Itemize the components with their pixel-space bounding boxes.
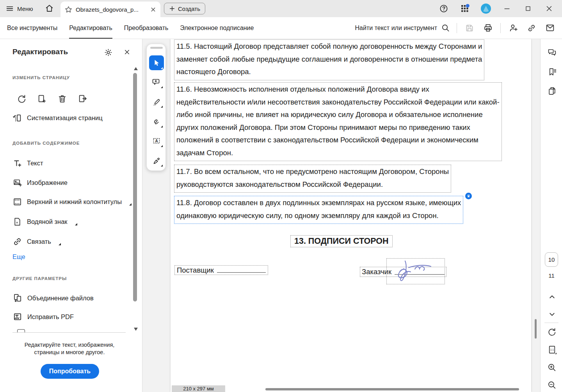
toolbar-drag-handle[interactable]: [150, 47, 163, 49]
panel-scroll-down-icon[interactable]: [134, 328, 138, 331]
rotate-page-button[interactable]: [16, 93, 27, 105]
panel-title: Редактировать: [12, 48, 68, 56]
zoom-in-button[interactable]: [547, 362, 557, 372]
highlight-tool-button[interactable]: [149, 94, 164, 109]
organize-pages-label: Систематизация страниц: [27, 114, 103, 122]
chevron-down-icon: [548, 310, 556, 318]
tab-esign[interactable]: Электронное подписание: [180, 17, 254, 39]
search-control[interactable]: Найти текст или инструмент: [355, 23, 450, 32]
more-link[interactable]: Еще: [12, 254, 25, 261]
tab-all-tools[interactable]: Все инструменты: [7, 17, 57, 39]
draw-tool-button[interactable]: [149, 114, 164, 129]
create-button[interactable]: Создать: [164, 3, 205, 14]
refresh-view-button[interactable]: [547, 327, 557, 337]
maximize-icon: [524, 5, 532, 12]
svg-text:1:1: 1:1: [550, 348, 554, 351]
add-text-item[interactable]: Текст: [12, 158, 43, 169]
highlighter-icon: [152, 97, 161, 106]
help-button[interactable]: [438, 3, 450, 14]
link-item-label: Связать: [27, 238, 51, 245]
save-button[interactable]: [464, 22, 475, 34]
window-maximize-button[interactable]: [522, 3, 534, 14]
menu-button[interactable]: Меню: [5, 3, 33, 14]
add-image-item[interactable]: Изображение: [12, 177, 68, 188]
pen-nib-icon: [152, 156, 161, 165]
header-footer-item[interactable]: Верхний и нижний колонтитулы: [12, 196, 132, 207]
insert-page-button[interactable]: [36, 93, 48, 105]
comments-panel-button[interactable]: [547, 47, 557, 57]
textbox-tool-button[interactable]: A: [149, 133, 164, 148]
paragraph-11-8-selected[interactable]: 11.8. Договор составлен в двух подлинных…: [174, 196, 463, 224]
paragraph-11-7[interactable]: 11.7. Во всем остальном, что не предусмо…: [174, 165, 451, 193]
document-tab[interactable]: Obrazets_dogovora_p...: [60, 2, 160, 17]
paragraph-11-6[interactable]: 11.6. Невозможность исполнения отдельных…: [174, 82, 502, 161]
actual-size-button[interactable]: 1:1: [547, 344, 557, 355]
page-up-button[interactable]: [547, 292, 557, 302]
panel-scrollbar[interactable]: [133, 73, 137, 302]
paragraph-11-5[interactable]: 11.5. Настоящий Договор представляет соб…: [174, 39, 484, 80]
fix-pdf-item[interactable]: Исправить PDF: [12, 311, 74, 322]
vertical-scrollbar[interactable]: [535, 319, 537, 339]
home-button[interactable]: [44, 4, 54, 13]
link-item[interactable]: Связать: [12, 236, 61, 247]
panel-scroll-up-icon[interactable]: [134, 67, 138, 70]
fill-sign-tool-button[interactable]: [149, 153, 164, 168]
current-page-box[interactable]: 10: [545, 252, 558, 267]
watermark-item[interactable]: Водяной знак: [12, 216, 77, 227]
add-text-icon: [12, 158, 22, 168]
help-icon: [439, 4, 448, 13]
add-text-label: Текст: [27, 160, 43, 167]
toolbar-divider: [457, 23, 457, 33]
share-add-user-button[interactable]: [507, 22, 519, 34]
horizontal-scrollbar[interactable]: [265, 388, 519, 390]
pages-panel-button[interactable]: [547, 86, 557, 96]
submenu-triangle-icon: [129, 203, 132, 206]
panel-settings-button[interactable]: [104, 48, 113, 57]
window-close-button[interactable]: [543, 3, 555, 14]
combine-files-item[interactable]: Объединение файлов: [12, 293, 94, 303]
watermark-icon: [12, 217, 22, 227]
chevron-up-icon: [548, 293, 556, 301]
tab-edit[interactable]: Редактировать: [69, 17, 112, 39]
print-button[interactable]: [482, 22, 494, 34]
bookmarks-icon: [547, 67, 557, 77]
link-chain-icon: [12, 237, 22, 247]
email-button[interactable]: [544, 22, 556, 34]
fix-pdf-label: Исправить PDF: [27, 313, 74, 321]
profile-avatar[interactable]: [480, 3, 492, 14]
toolbar-right: Найти текст или инструмент: [355, 22, 562, 34]
signature-annotation-box[interactable]: [386, 258, 445, 284]
bookmarks-panel-button[interactable]: [547, 67, 557, 77]
paragraph-line: 11.5. Настоящий Договор представляет соб…: [176, 40, 482, 53]
edit-panel: Редактировать ИЗМЕНИТЬ СТРАНИЦУ Системат…: [0, 39, 142, 392]
toolbar-divider: [500, 23, 501, 33]
delete-page-button[interactable]: [56, 93, 68, 105]
select-tool-button[interactable]: [149, 55, 164, 70]
app-grid-button[interactable]: [459, 3, 471, 14]
tab-convert[interactable]: Преобразовать: [124, 17, 169, 39]
tab-close-icon[interactable]: [150, 6, 157, 13]
panel-close-button[interactable]: [123, 48, 131, 56]
window-minimize-button[interactable]: [501, 3, 513, 14]
zoom-out-button[interactable]: [547, 380, 557, 390]
extract-page-button[interactable]: [76, 93, 88, 105]
signatures-heading[interactable]: 13. ПОДПИСИ СТОРОН: [290, 235, 393, 247]
comment-tool-button[interactable]: [149, 74, 164, 89]
header-footer-icon: [12, 197, 22, 207]
page-down-button[interactable]: [547, 309, 557, 319]
tab-title: Obrazets_dogovora_p...: [76, 6, 147, 13]
organize-pages-item[interactable]: Систематизация страниц: [12, 112, 103, 123]
zoom-out-icon: [547, 380, 557, 390]
insert-page-icon: [37, 94, 47, 104]
email-icon: [545, 23, 555, 33]
draw-squiggle-icon: [152, 117, 161, 126]
try-button[interactable]: Попробовать: [41, 364, 99, 379]
paragraph-line: 11.7. Во всем остальном, что не предусмо…: [176, 165, 449, 178]
link-button[interactable]: [526, 22, 537, 34]
minimize-icon: [503, 4, 511, 13]
extract-page-icon: [78, 94, 87, 104]
toolbar-tabs: Все инструменты Редактировать Преобразов…: [0, 17, 254, 39]
panel-divider: [12, 332, 126, 333]
supplier-signature-block[interactable]: Поставщик: [174, 265, 268, 275]
tool-submenu-triangle: [161, 86, 163, 88]
